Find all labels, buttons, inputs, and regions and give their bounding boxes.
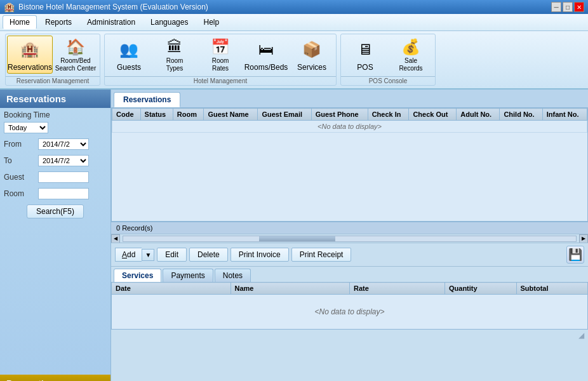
room-filter-row: Room (0, 185, 110, 202)
left-panel: Reservations Booking Time Today This Wee… (0, 90, 111, 381)
room-rates-icon: 📅 (209, 38, 232, 57)
col-rate: Rate (350, 283, 445, 295)
scroll-right-arrow[interactable]: ▶ (579, 234, 588, 243)
booking-time-label: Booking Time (4, 110, 50, 119)
bottom-tab-payments[interactable]: Payments (163, 269, 213, 282)
toolbar-group-hotel-management: 👥 Guests 🏛 RoomTypes 📅 RoomRates 🛏 Rooms… (104, 34, 337, 86)
toolbar-btn-pos[interactable]: 🖥 POS (342, 36, 388, 74)
services-table: Date Name Rate Quantity Subtotal <No dat… (111, 282, 588, 330)
booking-time-filter: Booking Time (0, 108, 110, 122)
toolbar-group-reservation-management: 🏨 Reservations 🏠 Room/BedSearch Center R… (5, 34, 100, 86)
guest-input[interactable] (38, 171, 89, 183)
booking-time-select[interactable]: Today This Week This Month All (4, 122, 48, 133)
close-button[interactable]: ✕ (574, 2, 584, 12)
room-input[interactable] (38, 188, 89, 199)
edit-button[interactable]: Edit (157, 248, 187, 262)
toolbar-btn-rooms-beds[interactable]: 🛏 Rooms/Beds (243, 36, 289, 74)
col-check-out: Check Out (409, 109, 457, 121)
col-status: Status (140, 109, 173, 121)
add-button-group: Add ▼ (115, 248, 154, 262)
left-panel-footer: Reservations (0, 375, 110, 381)
bottom-tab-bar: Services Payments Notes (111, 267, 588, 282)
guest-label: Guest (4, 173, 36, 182)
add-dropdown-button[interactable]: ▼ (142, 249, 154, 261)
scroll-left-arrow[interactable]: ◀ (111, 234, 120, 243)
to-filter-row: To 2014/7/2 (0, 152, 110, 169)
group-label-hotel: Hotel Management (105, 76, 336, 85)
col-subtotal: Subtotal (516, 283, 588, 295)
menu-help[interactable]: Help (196, 15, 226, 29)
action-bar: Add ▼ Edit Delete Print Invoice Print Re… (111, 243, 588, 266)
toolbar-btn-guests[interactable]: 👥 Guests (106, 36, 152, 74)
toolbar-group-pos-console: 🖥 POS 💰 SaleRecords POS Console (340, 34, 436, 86)
col-room: Room (173, 109, 204, 121)
menu-home[interactable]: Home (3, 15, 37, 29)
reservations-table-container: Code Status Room Guest Name Guest Email … (111, 107, 588, 222)
no-data-message: <No data to display> (112, 121, 587, 133)
room-types-icon: 🏛 (163, 38, 186, 57)
col-guest-name: Guest Name (204, 109, 258, 121)
window-controls: ─ □ ✕ (551, 2, 584, 12)
sale-records-icon: 💰 (399, 38, 422, 57)
room-label: Room (4, 189, 36, 198)
scrollbar-track[interactable] (123, 236, 577, 242)
maximize-button[interactable]: □ (563, 2, 573, 12)
toolbar-btn-services[interactable]: 📦 Services (289, 36, 335, 74)
bottom-tab-notes[interactable]: Notes (215, 269, 251, 282)
room-bed-search-icon: 🏠 (64, 38, 87, 57)
print-invoice-button[interactable]: Print Invoice (231, 248, 289, 262)
group-label-pos: POS Console (341, 76, 435, 85)
toolbar-btn-room-types[interactable]: 🏛 RoomTypes (152, 36, 197, 74)
toolbar-btn-room-bed-search-center[interactable]: 🏠 Room/BedSearch Center (53, 36, 98, 74)
horizontal-scrollbar[interactable]: ◀ ▶ (111, 234, 588, 243)
guest-filter-row: Guest (0, 169, 110, 185)
from-date-select[interactable]: 2014/7/2 (38, 138, 89, 150)
main-layout: Reservations Booking Time Today This Wee… (0, 90, 588, 381)
menu-administration[interactable]: Administration (80, 15, 142, 29)
col-guest-phone: Guest Phone (311, 109, 368, 121)
search-button[interactable]: Search(F5) (27, 204, 84, 218)
reservations-table: Code Status Room Guest Name Guest Email … (112, 108, 587, 133)
toolbar-btn-reservations[interactable]: 🏨 Reservations (7, 36, 53, 74)
resize-handle[interactable]: ◢ (578, 331, 584, 340)
window-title: Bistone Hotel Management System (Evaluat… (18, 3, 208, 11)
minimize-button[interactable]: ─ (551, 2, 561, 12)
from-filter-row: From 2014/7/2 (0, 136, 110, 152)
toolbar-btn-sale-records[interactable]: 💰 SaleRecords (388, 36, 434, 74)
main-tab-bar: Reservations (111, 90, 588, 107)
col-quantity: Quantity (445, 283, 517, 295)
save-button[interactable]: 💾 (566, 246, 584, 264)
scrollbar-thumb[interactable] (259, 236, 335, 241)
left-panel-title: Reservations (0, 90, 110, 108)
col-check-in: Check In (368, 109, 409, 121)
menu-reports[interactable]: Reports (38, 15, 79, 29)
menu-languages[interactable]: Languages (144, 15, 195, 29)
add-button[interactable]: Add (115, 248, 142, 262)
menu-bar: Home Reports Administration Languages He… (0, 14, 588, 31)
delete-button[interactable]: Delete (189, 248, 228, 262)
guests-icon: 👥 (117, 39, 140, 62)
bottom-footer: ◢ (111, 330, 588, 341)
col-adult-no: Adult No. (457, 109, 500, 121)
right-panel: Reservations Code Status Room Guest Name… (111, 90, 588, 381)
col-guest-email: Guest Email (258, 109, 311, 121)
group-label-reservation: Reservation Management (6, 76, 100, 85)
toolbar: 🏨 Reservations 🏠 Room/BedSearch Center R… (0, 31, 588, 90)
col-child-no: Child No. (500, 109, 542, 121)
bottom-tab-services[interactable]: Services (114, 269, 161, 282)
tab-reservations[interactable]: Reservations (114, 92, 180, 107)
rooms-beds-icon: 🛏 (255, 39, 277, 62)
title-bar: 🏨 Bistone Hotel Management System (Evalu… (0, 0, 588, 14)
col-infant-no: Infant No. (542, 109, 587, 121)
print-receipt-button[interactable]: Print Receipt (291, 248, 352, 262)
services-icon: 📦 (300, 39, 323, 62)
record-count: 0 Record(s) (111, 222, 588, 234)
toolbar-btn-room-rates[interactable]: 📅 RoomRates (197, 36, 243, 74)
bottom-no-data-message: <No data to display> (112, 295, 588, 330)
reservations-icon: 🏨 (18, 39, 41, 62)
bottom-section: Services Payments Notes Date Name Rate Q… (111, 266, 588, 330)
booking-time-select-row: Today This Week This Month All (0, 122, 110, 136)
col-code: Code (112, 109, 141, 121)
to-date-select[interactable]: 2014/7/2 (38, 155, 89, 166)
pos-icon: 🖥 (354, 39, 377, 62)
